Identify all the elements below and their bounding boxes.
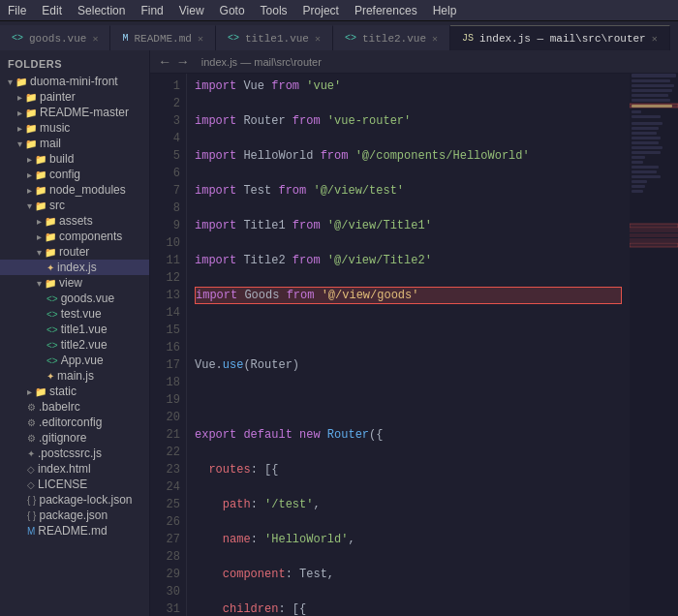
menu-bar: File Edit Selection Find View Goto Tools… xyxy=(0,0,678,21)
sidebar-item-main-js[interactable]: ✦ main.js xyxy=(0,368,149,384)
menu-preferences[interactable]: Preferences xyxy=(354,4,417,17)
menu-help[interactable]: Help xyxy=(433,4,457,17)
close-icon[interactable]: ✕ xyxy=(92,33,98,45)
tab-title2-vue[interactable]: <> title2.vue ✕ xyxy=(333,25,450,50)
sidebar-item-mail[interactable]: ▾ 📁 mail xyxy=(0,136,149,151)
sidebar-item-goods-vue[interactable]: <> goods.vue xyxy=(0,291,149,306)
svg-rect-28 xyxy=(630,238,678,242)
tab-label: title2.vue xyxy=(362,33,426,45)
item-label: goods.vue xyxy=(61,292,114,305)
sidebar-item-postcssrc[interactable]: ✦ .postcssrc.js xyxy=(0,446,149,461)
html-file-icon: ◇ xyxy=(27,464,35,475)
sidebar-item-package-json[interactable]: { } package.json xyxy=(0,508,149,523)
md-file-icon: M xyxy=(27,526,35,537)
main-area: FOLDERS ▾ 📁 duoma-mini-front ▸ 📁 painter… xyxy=(0,50,678,616)
tab-bar: <> goods.vue ✕ M README.md ✕ <> title1.v… xyxy=(0,21,678,50)
sidebar-item-title1-vue[interactable]: <> title1.vue xyxy=(0,322,149,337)
highlighted-import-line: import Goods from '@/view/goods' xyxy=(195,287,622,304)
svg-rect-7 xyxy=(632,105,672,108)
tab-label: title1.vue xyxy=(245,33,309,45)
tab-goods-vue[interactable]: <> goods.vue ✕ xyxy=(0,25,110,50)
item-label: static xyxy=(49,385,77,398)
vue-icon: <> xyxy=(345,33,356,44)
tab-index-js[interactable]: JS index.js — mail\src\router ✕ xyxy=(450,25,670,50)
sidebar-item-node-modules[interactable]: ▸ 📁 node_modules xyxy=(0,182,149,198)
sidebar-item-components[interactable]: ▸ 📁 components xyxy=(0,229,149,244)
sidebar-item-test-vue[interactable]: <> test.vue xyxy=(0,306,149,322)
folder-icon: 📁 xyxy=(45,247,56,258)
menu-selection[interactable]: Selection xyxy=(77,4,125,17)
sidebar[interactable]: FOLDERS ▾ 📁 duoma-mini-front ▸ 📁 painter… xyxy=(0,50,150,616)
item-label: router xyxy=(59,245,89,259)
sidebar-item-index-js[interactable]: ✦ index.js xyxy=(0,260,149,275)
minimap xyxy=(630,74,678,616)
sidebar-item-painter[interactable]: ▸ 📁 painter xyxy=(0,89,149,105)
close-icon[interactable]: ✕ xyxy=(432,33,438,45)
folder-icon: 📁 xyxy=(45,278,56,289)
menu-find[interactable]: Find xyxy=(140,4,163,17)
tab-title1-vue[interactable]: <> title1.vue ✕ xyxy=(216,25,333,50)
item-label: main.js xyxy=(57,369,94,383)
folders-header: FOLDERS xyxy=(0,54,149,74)
item-label: components xyxy=(59,230,122,243)
js-icon: JS xyxy=(462,33,474,44)
item-label: .gitignore xyxy=(39,431,86,445)
forward-button[interactable]: → xyxy=(175,54,189,70)
back-button[interactable]: ← xyxy=(158,54,171,70)
tab-label: index.js — mail\src\router xyxy=(479,33,646,45)
sidebar-item-view[interactable]: ▾ 📁 view xyxy=(0,275,149,291)
code-editor[interactable]: import Vue from 'vue' import Router from… xyxy=(187,74,630,616)
sidebar-item-assets[interactable]: ▸ 📁 assets xyxy=(0,213,149,229)
breadcrumb: index.js — mail\src\router xyxy=(201,56,322,68)
item-label: LICENSE xyxy=(38,477,87,491)
folder-icon: 📁 xyxy=(25,92,37,103)
sidebar-item-duoma[interactable]: ▾ 📁 duoma-mini-front xyxy=(0,74,149,89)
tab-readme-md[interactable]: M README.md ✕ xyxy=(110,25,215,50)
sidebar-item-app-vue[interactable]: <> App.vue xyxy=(0,353,149,368)
svg-rect-17 xyxy=(632,156,645,159)
sidebar-item-gitignore[interactable]: ⚙ .gitignore xyxy=(0,430,149,446)
folder-icon: 📁 xyxy=(35,154,46,165)
vue-file-icon: <> xyxy=(46,293,58,304)
item-label: .editorconfig xyxy=(39,416,102,429)
code-container[interactable]: 1 2 3 4 5 6 7 8 9 10 11 12 13 14 15 16 1… xyxy=(150,74,678,616)
sidebar-item-config[interactable]: ▸ 📁 config xyxy=(0,167,149,182)
file-icon: ⚙ xyxy=(27,433,36,444)
menu-file[interactable]: File xyxy=(8,4,26,17)
menu-tools[interactable]: Tools xyxy=(261,4,288,17)
sidebar-item-build[interactable]: ▸ 📁 build xyxy=(0,151,149,167)
sidebar-item-readme-master[interactable]: ▸ 📁 README-master xyxy=(0,105,149,120)
file-icon: ⚙ xyxy=(27,417,36,428)
sidebar-item-title2-vue[interactable]: <> title2.vue xyxy=(0,337,149,353)
sidebar-item-index-html[interactable]: ◇ index.html xyxy=(0,461,149,477)
menu-goto[interactable]: Goto xyxy=(220,4,245,17)
sidebar-item-editorconfig[interactable]: ⚙ .editorconfig xyxy=(0,415,149,430)
menu-view[interactable]: View xyxy=(179,4,204,17)
item-label: test.vue xyxy=(61,307,102,321)
chevron-right-icon: ▸ xyxy=(17,108,22,118)
chevron-down-icon: ▾ xyxy=(27,200,32,211)
sidebar-item-src[interactable]: ▾ 📁 src xyxy=(0,198,149,213)
sidebar-item-readme[interactable]: M README.md xyxy=(0,523,149,539)
svg-rect-29 xyxy=(630,243,678,247)
sidebar-item-router[interactable]: ▾ 📁 router xyxy=(0,244,149,260)
svg-rect-10 xyxy=(632,122,663,125)
sidebar-item-music[interactable]: ▸ 📁 music xyxy=(0,120,149,136)
close-icon[interactable]: ✕ xyxy=(198,33,203,45)
chevron-down-icon: ▾ xyxy=(8,77,13,87)
sidebar-item-babelrc[interactable]: ⚙ .babelrc xyxy=(0,399,149,415)
close-icon[interactable]: ✕ xyxy=(315,33,321,45)
svg-rect-27 xyxy=(630,233,678,237)
svg-rect-9 xyxy=(632,115,661,118)
svg-rect-5 xyxy=(632,99,670,102)
item-label: view xyxy=(59,276,82,290)
menu-edit[interactable]: Edit xyxy=(42,4,62,17)
svg-rect-1 xyxy=(632,79,670,82)
close-icon[interactable]: ✕ xyxy=(652,33,658,45)
vue-file-icon: <> xyxy=(46,340,58,351)
svg-rect-3 xyxy=(632,89,672,92)
menu-project[interactable]: Project xyxy=(303,4,339,17)
sidebar-item-static[interactable]: ▸ 📁 static xyxy=(0,384,149,399)
sidebar-item-package-lock[interactable]: { } package-lock.json xyxy=(0,492,149,508)
sidebar-item-license[interactable]: ◇ LICENSE xyxy=(0,477,149,492)
